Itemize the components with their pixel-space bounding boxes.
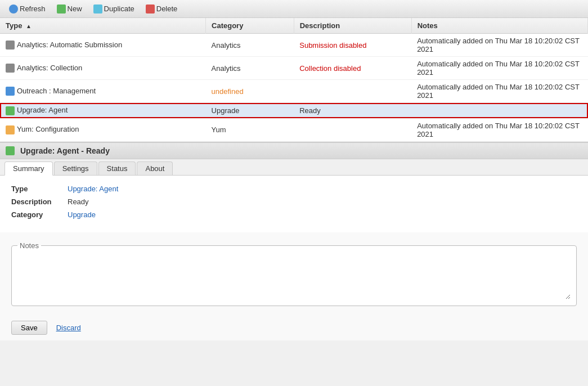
cell-description: Ready [294,103,411,119]
summary-category-label: Category [11,210,68,219]
row-icon [6,106,15,115]
row-type-value: Analytics: Automatic Submission [17,41,122,49]
summary-type-label: Type [11,185,68,193]
cell-notes [411,103,587,119]
refresh-label: Refresh [20,5,46,13]
col-notes[interactable]: Notes [411,18,587,34]
detail-panel: Upgrade: Agent - Ready SummarySettingsSt… [0,142,588,340]
cell-notes: Automatically added on Thu Mar 18 10:20:… [411,34,587,57]
row-type-value: Outreach : Management [17,87,96,95]
new-label: New [68,5,82,13]
row-icon [6,87,15,96]
summary-description-label: Description [11,198,68,206]
cell-category: undefined [206,80,294,103]
row-icon [6,41,15,50]
row-type-value: Yum: Configuration [17,125,79,133]
summary-category-value: Upgrade [68,210,96,219]
tab-settings[interactable]: Settings [54,161,97,175]
cell-description [294,80,411,103]
cell-type: Outreach : Management [0,80,206,103]
cell-notes: Automatically added on Thu Mar 18 10:20:… [411,80,587,103]
summary-tab-content: Type Upgrade: Agent Description Ready Ca… [0,176,588,232]
cell-category: Analytics [206,57,294,80]
new-button[interactable]: New [52,3,87,15]
notes-legend: Notes [17,241,41,250]
table-header-row: Type ▲ Category Description Notes [0,18,588,34]
table-row[interactable]: Yum: ConfigurationYumAutomatically added… [0,118,588,141]
cell-notes: Automatically added on Thu Mar 18 10:20:… [411,118,587,141]
cell-description [294,118,411,141]
refresh-icon [9,5,18,14]
detail-header-icon [6,146,15,155]
notes-textarea[interactable] [17,254,571,299]
cell-description: Collection disabled [294,57,411,80]
cell-category: Analytics [206,34,294,57]
tabs-container: SummarySettingsStatusAbout [0,159,588,176]
summary-category-row: Category Upgrade [11,210,577,219]
summary-description-row: Description Ready [11,198,577,206]
save-button[interactable]: Save [11,321,47,335]
row-icon [6,64,15,73]
cell-category: Upgrade [206,103,294,119]
delete-button[interactable]: Delete [141,3,182,15]
refresh-button[interactable]: Refresh [5,3,50,15]
row-icon [6,125,15,134]
tab-summary[interactable]: Summary [5,161,53,176]
col-type[interactable]: Type ▲ [0,18,206,34]
notes-section: Notes [0,232,588,315]
cell-type: Analytics: Collection [0,57,206,80]
detail-header-title: Upgrade: Agent - Ready [20,146,110,155]
cell-type: Yum: Configuration [0,118,206,141]
duplicate-label: Duplicate [104,5,134,13]
cell-type: Analytics: Automatic Submission [0,34,206,57]
table-row[interactable]: Upgrade: AgentUpgradeReady [0,103,588,119]
sort-asc-icon: ▲ [26,23,32,29]
summary-description-value: Ready [68,198,89,206]
summary-type-value: Upgrade: Agent [68,185,118,193]
delete-icon [146,5,155,14]
table-row[interactable]: Analytics: CollectionAnalyticsCollection… [0,57,588,80]
cell-category: Yum [206,118,294,141]
cell-notes: Automatically added on Thu Mar 18 10:20:… [411,57,587,80]
subscription-table: Type ▲ Category Description Notes Analyt… [0,18,588,142]
duplicate-icon [93,5,102,14]
tab-status[interactable]: Status [98,161,136,175]
cell-description: Submission disabled [294,34,411,57]
summary-type-row: Type Upgrade: Agent [11,185,577,193]
footer-buttons: Save Discard [0,315,588,340]
col-category[interactable]: Category [206,18,294,34]
row-type-value: Analytics: Collection [17,64,82,72]
cell-type: Upgrade: Agent [0,103,206,119]
subscription-table-container: Type ▲ Category Description Notes Analyt… [0,18,588,142]
duplicate-button[interactable]: Duplicate [89,3,139,15]
toolbar: Refresh New Duplicate Delete [0,0,588,18]
discard-button[interactable]: Discard [56,324,81,332]
new-icon [57,5,66,14]
tab-about[interactable]: About [137,161,173,175]
delete-label: Delete [156,5,178,13]
col-description[interactable]: Description [294,18,411,34]
row-type-value: Upgrade: Agent [17,106,68,114]
table-row[interactable]: Analytics: Automatic SubmissionAnalytics… [0,34,588,57]
notes-fieldset: Notes [11,241,577,306]
detail-header: Upgrade: Agent - Ready [0,143,588,159]
table-row[interactable]: Outreach : ManagementundefinedAutomatica… [0,80,588,103]
